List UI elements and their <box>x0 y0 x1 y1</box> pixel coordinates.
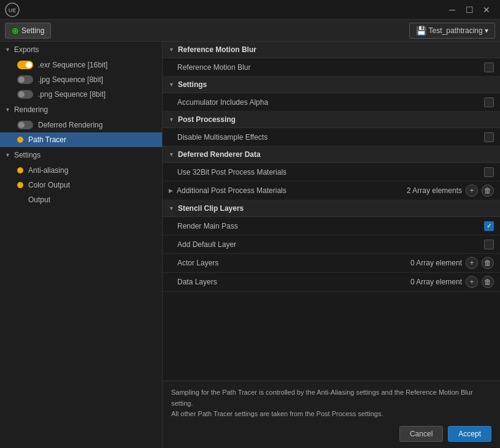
array-display-actor-layers: 0 Array element + 🗑 <box>410 257 494 269</box>
content-scroll: ▼ Reference Motion Blur Reference Motion… <box>163 42 500 381</box>
expand-arrow-additional-post-process[interactable]: ▶ <box>169 188 173 194</box>
close-button[interactable]: ✕ <box>478 1 495 18</box>
profile-button[interactable]: 💾 Test_pathtracing ▾ <box>409 23 495 39</box>
property-label-add-default-layer: Add Default Layer <box>177 240 484 249</box>
section-collapse-deferred-renderer-data: ▼ <box>169 151 174 158</box>
property-label-accumulator-alpha: Accumulator Includes Alpha <box>177 98 484 107</box>
array-count-data-layers: 0 Array element <box>410 278 462 286</box>
section-label-post-processing: Post Processing <box>178 115 236 124</box>
section-header-reference-motion-blur[interactable]: ▼ Reference Motion Blur <box>163 42 500 58</box>
sidebar-item-deferred[interactable]: Deferred Rendering <box>0 118 162 132</box>
save-icon: 💾 <box>416 26 426 36</box>
collapse-arrow-settings: ▼ <box>5 152 10 158</box>
add-additional-post-process-button[interactable]: + <box>466 184 478 197</box>
sidebar-item-coloroutput-label: Color Output <box>28 181 70 189</box>
property-row-accumulator-alpha: Accumulator Includes Alpha <box>163 93 500 112</box>
sidebar-section-rendering-label: Rendering <box>14 105 48 114</box>
sidebar-item-png-label: .png Sequence [8bit] <box>38 90 106 99</box>
dot-antialiasing <box>17 167 23 173</box>
section-collapse-settings: ▼ <box>169 82 174 88</box>
section-collapse-post-processing: ▼ <box>169 116 174 123</box>
property-value-reference-motion-blur <box>484 63 494 72</box>
restore-button[interactable]: ☐ <box>461 1 478 18</box>
title-bar: UE ─ ☐ ✕ <box>0 0 500 20</box>
property-label-reference-motion-blur: Reference Motion Blur <box>177 63 484 72</box>
sidebar-item-jpg[interactable]: .jpg Sequence [8bit] <box>0 72 162 87</box>
sidebar-item-exr-label: .exr Sequence [16bit] <box>38 61 107 69</box>
property-label-use32bit: Use 32Bit Post Process Materials <box>177 168 484 177</box>
delete-additional-post-process-button[interactable]: 🗑 <box>482 184 494 197</box>
property-row-reference-motion-blur: Reference Motion Blur <box>163 58 500 77</box>
sidebar-item-coloroutput[interactable]: Color Output <box>0 178 162 192</box>
sidebar: ▼ Exports .exr Sequence [16bit] .jpg Seq… <box>0 42 163 448</box>
section-collapse-stencil-clip-layers: ▼ <box>169 205 174 211</box>
section-header-post-processing[interactable]: ▼ Post Processing <box>163 112 500 128</box>
delete-actor-layers-button[interactable]: 🗑 <box>482 257 494 269</box>
sidebar-section-settings[interactable]: ▼ Settings <box>0 147 162 163</box>
profile-label: Test_pathtracing ▾ <box>429 26 488 35</box>
property-value-disable-multisample <box>484 132 494 142</box>
toggle-exr[interactable] <box>17 61 33 69</box>
sidebar-item-antialiasing-label: Anti-aliasing <box>28 166 68 175</box>
app-logo: UE <box>5 2 20 17</box>
accept-button[interactable]: Accept <box>448 426 491 442</box>
add-data-layers-button[interactable]: + <box>466 276 478 288</box>
footer: Sampling for the Path Tracer is controll… <box>163 381 500 448</box>
sidebar-section-exports[interactable]: ▼ Exports <box>0 42 162 58</box>
dot-pathtracer <box>17 137 23 143</box>
sidebar-item-pathtracer[interactable]: Path Tracer <box>0 132 162 147</box>
array-count-actor-layers: 0 Array element <box>410 259 462 267</box>
sidebar-section-exports-label: Exports <box>14 45 39 54</box>
property-label-render-main-pass: Render Main Pass <box>177 222 484 230</box>
footer-buttons: Cancel Accept <box>171 426 491 442</box>
setting-button[interactable]: ⊕ Setting <box>5 23 51 39</box>
section-header-deferred-renderer-data[interactable]: ▼ Deferred Renderer Data <box>163 146 500 163</box>
property-row-disable-multisample: Disable Multisample Effects <box>163 128 500 146</box>
checkbox-render-main-pass[interactable] <box>484 221 494 231</box>
array-display-additional-post-process: 2 Array elements + 🗑 <box>407 184 494 197</box>
sidebar-item-jpg-label: .jpg Sequence [8bit] <box>38 75 103 84</box>
sidebar-section-rendering[interactable]: ▼ Rendering <box>0 102 162 118</box>
property-label-data-layers: Data Layers <box>177 278 410 286</box>
section-label-settings: Settings <box>178 80 207 89</box>
toggle-deferred[interactable] <box>17 121 33 129</box>
sidebar-item-png[interactable]: .png Sequence [8bit] <box>0 87 162 102</box>
main-layout: ▼ Exports .exr Sequence [16bit] .jpg Seq… <box>0 42 500 448</box>
section-header-settings[interactable]: ▼ Settings <box>163 77 500 93</box>
footer-info-text: Sampling for the Path Tracer is controll… <box>171 387 491 420</box>
property-label-additional-post-process: Additional Post Process Materials <box>177 186 407 195</box>
section-label-deferred-renderer-data: Deferred Renderer Data <box>178 150 261 159</box>
section-label-reference-motion-blur: Reference Motion Blur <box>178 45 256 54</box>
plus-icon: ⊕ <box>12 26 19 36</box>
toggle-png[interactable] <box>17 90 33 99</box>
content-area: ▼ Reference Motion Blur Reference Motion… <box>163 42 500 448</box>
sidebar-section-settings-label: Settings <box>14 151 40 159</box>
section-header-stencil-clip-layers[interactable]: ▼ Stencil Clip Layers <box>163 200 500 217</box>
checkbox-use32bit[interactable] <box>484 167 494 177</box>
checkbox-accumulator-alpha[interactable] <box>484 97 494 107</box>
minimize-button[interactable]: ─ <box>444 1 461 18</box>
property-label-disable-multisample: Disable Multisample Effects <box>177 133 484 142</box>
sidebar-item-antialiasing[interactable]: Anti-aliasing <box>0 163 162 178</box>
array-count-additional-post-process: 2 Array elements <box>407 186 462 195</box>
cancel-button[interactable]: Cancel <box>399 426 443 442</box>
sidebar-item-pathtracer-label: Path Tracer <box>28 135 66 144</box>
property-label-actor-layers: Actor Layers <box>177 259 410 267</box>
delete-data-layers-button[interactable]: 🗑 <box>482 276 494 288</box>
property-row-use32bit: Use 32Bit Post Process Materials <box>163 163 500 181</box>
checkbox-disable-multisample[interactable] <box>484 132 494 142</box>
sidebar-item-output[interactable]: Output <box>0 192 162 207</box>
sidebar-item-exr[interactable]: .exr Sequence [16bit] <box>0 58 162 72</box>
toolbar: ⊕ Setting 💾 Test_pathtracing ▾ <box>0 20 500 42</box>
property-value-add-default-layer <box>484 240 494 249</box>
dot-coloroutput <box>17 182 23 188</box>
checkbox-reference-motion-blur[interactable] <box>484 63 494 72</box>
add-actor-layers-button[interactable]: + <box>466 257 478 269</box>
property-row-add-default-layer: Add Default Layer <box>163 235 500 254</box>
checkbox-add-default-layer[interactable] <box>484 240 494 249</box>
property-row-actor-layers: Actor Layers 0 Array element + 🗑 <box>163 254 500 273</box>
toggle-jpg[interactable] <box>17 75 33 84</box>
collapse-arrow-exports: ▼ <box>5 47 10 53</box>
property-value-use32bit <box>484 167 494 177</box>
property-row-render-main-pass: Render Main Pass <box>163 217 500 235</box>
